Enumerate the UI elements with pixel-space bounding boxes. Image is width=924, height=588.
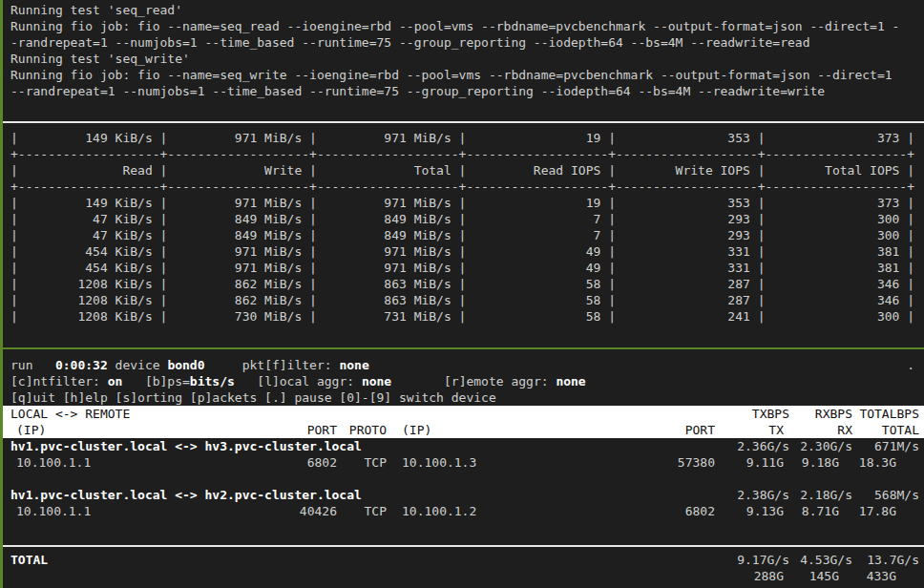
connection-hosts-row: hv1.pvc-cluster.local <-> hv2.pvc-cluste…: [3, 487, 924, 503]
connection-hosts: hv1.pvc-cluster.local <-> hv3.pvc-cluste…: [10, 438, 362, 454]
sum-total: 17.8G: [830, 503, 896, 519]
pkt-filter-value: none: [339, 358, 368, 372]
totals-row-2: 288G 145G 433G: [3, 568, 924, 584]
totals-divider: [0, 545, 924, 547]
header-local-ip: (IP): [16, 422, 46, 438]
header-remote-port: PORT: [576, 422, 715, 438]
cntfilter-value: on: [108, 374, 123, 388]
local-ip: 10.100.1.1: [16, 503, 91, 519]
header-total: TOTAL: [841, 422, 919, 438]
connection-hosts-row: hv1.pvc-cluster.local <-> hv3.pvc-cluste…: [3, 438, 924, 454]
pkt-filter-label: pkt[f]ilter:: [205, 358, 340, 372]
tx-total: 9.11G: [713, 454, 784, 471]
run-time: 0:00:32: [55, 358, 108, 372]
connection-entry: hv1.pvc-cluster.local <-> hv3.pvc-cluste…: [3, 438, 924, 471]
header-totalbps: TOTALBPS: [841, 406, 919, 422]
totals-sum: 433G: [830, 568, 896, 584]
connection-detail-row: 10.100.1.1 40426 TCP 10.100.1.2 6802 9.1…: [3, 503, 924, 519]
remote-port: 6802: [576, 503, 715, 519]
totals-totalbps: 13.7G/s: [841, 552, 919, 568]
log-line: Running fio job: fio --name=seq_write --…: [10, 67, 924, 83]
connection-txbps: 2.36G/s: [707, 438, 789, 454]
header-remote-ip: (IP): [402, 422, 431, 438]
jnettop-pane: run 0:00:32 device bond0 pkt[f]ilter: no…: [3, 349, 924, 588]
local-aggr-label: [l]ocal aggr:: [235, 374, 362, 388]
blank-line: [3, 471, 924, 487]
connection-txbps: 2.38G/s: [707, 487, 789, 503]
log-line: Running test 'seq_write': [10, 51, 924, 67]
connection-detail-row: 10.100.1.1 6802 TCP 10.100.1.3 57380 9.1…: [3, 454, 924, 471]
local-ip: 10.100.1.1: [16, 454, 91, 471]
bps-label: [b]ps=: [122, 374, 189, 388]
totals-txbps: 9.17G/s: [707, 552, 789, 568]
log-line: -randrepeat=1 --numjobs=1 --time_based -…: [10, 34, 924, 51]
local-port: 40426: [194, 503, 337, 519]
terminal-screen[interactable]: Running test 'seq_read' Running fio job:…: [0, 0, 924, 588]
connection-entry: hv1.pvc-cluster.local <-> hv2.pvc-cluste…: [3, 487, 924, 519]
remote-ip: 10.100.1.2: [402, 503, 476, 519]
keybindings-text: [q]uit [h]elp [s]orting [p]ackets [.] pa…: [10, 390, 496, 405]
remote-port: 57380: [576, 454, 715, 471]
device-name: bond0: [167, 358, 204, 372]
header-proto: PROTO: [318, 422, 387, 438]
tx-total: 9.13G: [713, 503, 784, 519]
pane-divider-white: [0, 121, 924, 123]
remote-ip: 10.100.1.3: [402, 454, 476, 471]
local-aggr-value: none: [362, 374, 391, 388]
fio-results-pane: | 149 KiB/s | 971 MiB/s | 971 MiB/s | 19…: [3, 125, 924, 325]
totals-label: TOTAL: [10, 552, 48, 568]
heartbeat-indicator: .: [907, 357, 914, 373]
header-row-1: LOCAL <-> REMOTE TXBPS RXBPS TOTALBPS: [3, 406, 924, 422]
jnettop-status-run: run 0:00:32 device bond0 pkt[f]ilter: no…: [3, 357, 924, 373]
header-row-2: (IP) PORT PROTO (IP) PORT TX RX TOTAL: [3, 422, 924, 438]
jnettop-status-options: [c]ntfilter: on [b]ps=bits/s [l]ocal agg…: [3, 373, 924, 389]
bps-value: bits/s: [190, 374, 235, 388]
connection-hosts: hv1.pvc-cluster.local <-> hv2.pvc-cluste…: [10, 487, 362, 503]
log-line: Running fio job: fio --name=seq_read --i…: [10, 18, 924, 34]
header-txbps: TXBPS: [707, 406, 789, 422]
totals-tx: 288G: [713, 568, 784, 584]
header-local-port: PORT: [194, 422, 337, 438]
protocol: TCP: [318, 503, 387, 519]
jnettop-keybindings: [q]uit [h]elp [s]orting [p]ackets [.] pa…: [3, 389, 924, 406]
protocol: TCP: [318, 454, 387, 471]
sum-total: 18.3G: [830, 454, 896, 471]
header-local-remote: LOCAL <-> REMOTE: [10, 406, 130, 422]
totals-block: TOTAL 9.17G/s 4.53G/s 13.7G/s 288G 145G …: [3, 552, 924, 584]
run-label: run: [10, 358, 55, 372]
jnettop-header-band: LOCAL <-> REMOTE TXBPS RXBPS TOTALBPS (I…: [3, 406, 924, 438]
cntfilter-label: [c]ntfilter:: [10, 374, 108, 388]
log-line: --randrepeat=1 --numjobs=1 --time_based …: [10, 83, 924, 99]
local-port: 6802: [194, 454, 337, 471]
fio-results-table: | 149 KiB/s | 971 MiB/s | 971 MiB/s | 19…: [10, 130, 924, 325]
remote-aggr-label: [r]emote aggr:: [391, 374, 556, 388]
header-tx: TX: [713, 422, 784, 438]
remote-aggr-value: none: [556, 374, 585, 388]
log-line: Running test 'seq_read': [10, 2, 924, 18]
fio-log-pane: Running test 'seq_read' Running fio job:…: [3, 2, 924, 99]
connection-totalbps: 568M/s: [841, 487, 919, 503]
device-label: device: [108, 358, 168, 372]
totals-row-1: TOTAL 9.17G/s 4.53G/s 13.7G/s: [3, 552, 924, 568]
connection-totalbps: 671M/s: [841, 438, 919, 454]
